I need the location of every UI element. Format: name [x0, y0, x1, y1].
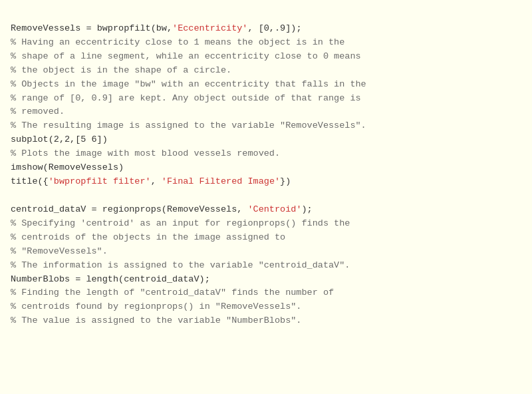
code-line: % "RemoveVessels". [11, 245, 521, 259]
code-line: % removed. [11, 105, 521, 119]
code-segment: (bw, [151, 23, 172, 33]
code-segment: , [0,.9]); [247, 23, 301, 33]
code-segment: RemoveVessels = [11, 23, 97, 33]
code-line: % shape of a line segment, while an ecce… [11, 50, 521, 64]
code-segment: bwpropfilt [97, 23, 151, 33]
code-editor: RemoveVessels = bwpropfilt(bw,'Eccentric… [0, 0, 532, 336]
code-line: % centroids found by regionprops() in "R… [11, 300, 521, 314]
code-line: title({'bwpropfilt filter', 'Final Filte… [11, 175, 521, 189]
code-line: centroid_dataV = regionprops(RemoveVesse… [11, 203, 521, 217]
code-line: % Objects in the image "bw" with an ecce… [11, 78, 521, 92]
code-segment: 'Final Filtered Image' [162, 176, 280, 186]
code-line: % Specifying 'centroid' as an input for … [11, 217, 521, 231]
code-line: % The information is assigned to the var… [11, 259, 521, 273]
code-segment: NumberBlobs = length(centroid_dataV); [11, 274, 210, 284]
code-segment: title({ [11, 176, 49, 186]
code-line: % centroids of the objects in the image … [11, 231, 521, 245]
code-line: % Having an eccentricity close to 1 mean… [11, 36, 521, 50]
code-segment: ); [301, 204, 312, 214]
code-line: % the object is in the shape of a circle… [11, 64, 521, 78]
code-segment: imshow(RemoveVessels) [11, 162, 124, 172]
code-line: imshow(RemoveVessels) [11, 161, 521, 175]
code-line: % The resulting image is assigned to the… [11, 119, 521, 133]
code-line: RemoveVessels = bwpropfilt(bw,'Eccentric… [11, 22, 521, 36]
code-segment: subplot(2,2,[5 6]) [11, 134, 108, 144]
code-segment: centroid_dataV = regionprops(RemoveVesse… [11, 204, 247, 214]
code-line: NumberBlobs = length(centroid_dataV); [11, 273, 521, 287]
code-line: % range of [0, 0.9] are kept. Any object… [11, 92, 521, 106]
code-segment: 'bwpropfilt filter' [49, 176, 151, 186]
code-line: % The value is assigned to the variable … [11, 314, 521, 328]
code-line [11, 189, 521, 203]
code-segment: 'Eccentricity' [172, 23, 247, 33]
code-segment: , [151, 176, 162, 186]
code-line: % Finding the length of "centroid_dataV"… [11, 286, 521, 300]
code-segment: }) [280, 176, 291, 186]
code-line: % Plots the image with most blood vessel… [11, 147, 521, 161]
code-line: subplot(2,2,[5 6]) [11, 133, 521, 147]
code-segment: 'Centroid' [247, 204, 301, 214]
